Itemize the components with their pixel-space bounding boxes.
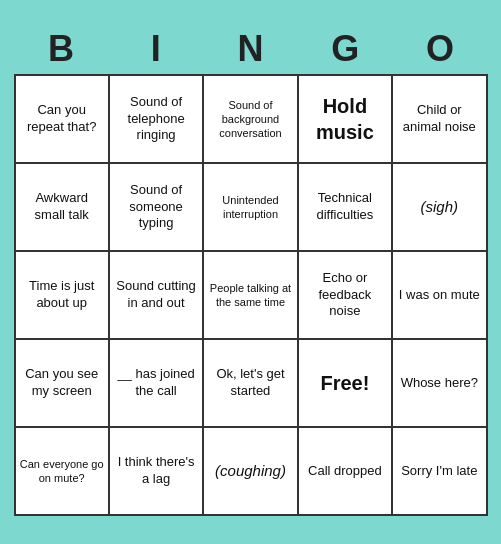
- bingo-title: BINGO: [14, 28, 488, 70]
- bingo-cell: Can you repeat that?: [16, 76, 110, 164]
- bingo-cell: Echo or feedback noise: [299, 252, 393, 340]
- bingo-cell: Ok, let's get started: [204, 340, 298, 428]
- bingo-letter: B: [17, 28, 105, 70]
- bingo-cell: Sound of background conversation: [204, 76, 298, 164]
- bingo-cell: Sound cutting in and out: [110, 252, 204, 340]
- bingo-grid: Can you repeat that?Sound of telephone r…: [14, 74, 488, 516]
- bingo-cell: Sound of telephone ringing: [110, 76, 204, 164]
- bingo-letter: I: [112, 28, 200, 70]
- bingo-cell: I think there's a lag: [110, 428, 204, 516]
- bingo-cell: Technical difficulties: [299, 164, 393, 252]
- bingo-cell: (coughing): [204, 428, 298, 516]
- bingo-cell: Unintended interruption: [204, 164, 298, 252]
- bingo-cell: Free!: [299, 340, 393, 428]
- bingo-cell: (sigh): [393, 164, 487, 252]
- bingo-cell: Call dropped: [299, 428, 393, 516]
- bingo-cell: Sound of someone typing: [110, 164, 204, 252]
- bingo-cell: I was on mute: [393, 252, 487, 340]
- bingo-card: BINGO Can you repeat that?Sound of telep…: [6, 20, 496, 524]
- bingo-cell: Sorry I'm late: [393, 428, 487, 516]
- bingo-letter: G: [301, 28, 389, 70]
- bingo-cell: Can you see my screen: [16, 340, 110, 428]
- bingo-letter: O: [396, 28, 484, 70]
- bingo-cell: Time is just about up: [16, 252, 110, 340]
- bingo-cell: People talking at the same time: [204, 252, 298, 340]
- bingo-cell: Can everyone go on mute?: [16, 428, 110, 516]
- bingo-cell: Hold music: [299, 76, 393, 164]
- bingo-letter: N: [206, 28, 294, 70]
- bingo-cell: Awkward small talk: [16, 164, 110, 252]
- bingo-cell: __ has joined the call: [110, 340, 204, 428]
- bingo-cell: Child or animal noise: [393, 76, 487, 164]
- bingo-cell: Whose here?: [393, 340, 487, 428]
